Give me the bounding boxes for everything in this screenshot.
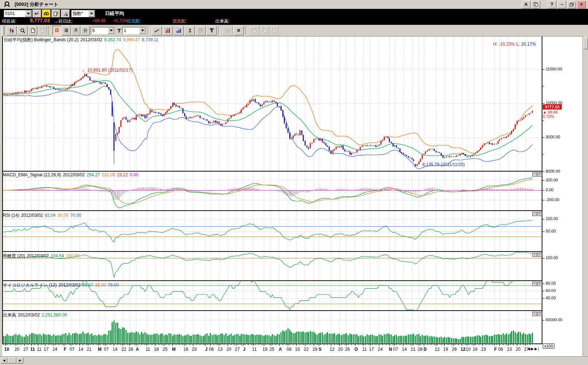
page-icon bbox=[272, 28, 276, 33]
vertical-scrollbar-thumb[interactable] bbox=[583, 38, 588, 49]
scrollbar-left-arrow[interactable]: ◀ bbox=[1, 357, 7, 364]
index-value: 指数* bbox=[71, 11, 88, 17]
help-button[interactable]: ? bbox=[548, 1, 556, 8]
copy-icon[interactable] bbox=[531, 1, 540, 8]
font-button[interactable]: A bbox=[522, 1, 530, 8]
period-day-button[interactable]: 日 bbox=[53, 26, 61, 35]
return-arrow-icon: ↵ bbox=[34, 10, 39, 17]
toolbar-grip[interactable] bbox=[1, 26, 4, 35]
rsi-panel-buttons: −□ bbox=[532, 212, 542, 216]
macd-panel-header: MACD_EMA_Signal (12,26,9)2012/03/02254.2… bbox=[3, 172, 140, 177]
low-percent: L: 20.17% bbox=[516, 42, 536, 47]
panel-restore-button[interactable]: □ bbox=[537, 212, 542, 216]
up-down-arrows-icon bbox=[187, 28, 192, 33]
high-percent: H: -10.23% bbox=[493, 42, 515, 47]
period-week-button[interactable]: 週 bbox=[62, 26, 71, 35]
panel-collapse-button[interactable]: − bbox=[532, 312, 537, 316]
binoculars-icon bbox=[44, 11, 49, 16]
chart-canvas[interactable] bbox=[0, 0, 588, 365]
zoom-button[interactable] bbox=[18, 26, 28, 35]
blue-histogram-icon bbox=[176, 28, 181, 33]
macd-title: MACD_EMA_Signal (12,26,9) bbox=[3, 172, 61, 177]
search-button[interactable] bbox=[42, 9, 51, 18]
peak-annotation: ← 10,891.60 (2011/02/17) bbox=[82, 68, 132, 73]
resize-grip[interactable] bbox=[582, 357, 588, 363]
scroll-end-button[interactable]: ▶| bbox=[534, 347, 539, 351]
period-minute-button[interactable]: 分 bbox=[81, 26, 90, 35]
macd-panel-buttons: −□ bbox=[532, 172, 542, 177]
trendline-button[interactable] bbox=[152, 26, 162, 35]
panel-collapse-button[interactable]: − bbox=[532, 282, 537, 286]
window-save-icon bbox=[252, 28, 257, 33]
export-button bbox=[260, 26, 269, 35]
volume-label: 出来高: bbox=[215, 18, 229, 24]
main-title: 日経平均(指数) Bollinger_Bands (20,2) bbox=[4, 37, 78, 42]
pencil-cross-icon bbox=[63, 11, 68, 16]
new-page-button[interactable] bbox=[28, 26, 37, 35]
page-icon bbox=[263, 28, 267, 33]
print-button bbox=[270, 26, 279, 35]
edit-button[interactable] bbox=[51, 9, 60, 18]
scrollbar-right-arrow[interactable]: ▶ bbox=[17, 357, 23, 364]
psycho-title: サイコロジカルライン (12) bbox=[3, 283, 57, 288]
indicator-blue-button[interactable] bbox=[174, 26, 184, 35]
scroll-right-button[interactable]: ▶ bbox=[531, 347, 535, 351]
close-button[interactable]: × bbox=[577, 1, 586, 8]
minimize-button[interactable]: − bbox=[557, 1, 566, 8]
window-left-border bbox=[0, 36, 2, 356]
red-histogram-icon bbox=[165, 28, 170, 33]
panel-restore-button[interactable]: □ bbox=[537, 282, 542, 286]
rsi-title: RSI (14) bbox=[3, 213, 19, 218]
bb-mid-value: 9,352.74 bbox=[104, 37, 121, 42]
panel-restore-button[interactable]: □ bbox=[537, 172, 542, 177]
page-icon bbox=[40, 28, 45, 33]
vertical-scrollbar[interactable] bbox=[583, 36, 588, 356]
candlestick-chart-button[interactable] bbox=[7, 26, 17, 35]
interval-value: 5 bbox=[91, 28, 108, 33]
panel-collapse-button[interactable]: − bbox=[532, 212, 537, 216]
chart-nav-buttons: ◀▶▶| bbox=[527, 347, 540, 351]
symbol-code-value: 0101 bbox=[4, 11, 25, 16]
panel-restore-button[interactable]: □ bbox=[537, 253, 542, 257]
horizontal-scrollbar-thumb[interactable] bbox=[8, 357, 16, 364]
panel-collapse-button[interactable]: − bbox=[532, 253, 537, 257]
draw-off-button[interactable] bbox=[61, 9, 70, 18]
index-dropdown-button[interactable] bbox=[88, 10, 94, 17]
callout-price: 9777.03 bbox=[543, 104, 562, 110]
page-icon bbox=[31, 28, 35, 33]
symbol-code-dropdown-button[interactable] bbox=[25, 10, 31, 17]
volume-value: 2,251,580.00 bbox=[42, 312, 67, 318]
bars-combobox[interactable]: 1 bbox=[122, 27, 146, 34]
main-panel-header: 日経平均(指数) Bollinger_Bands (20,2)2012/03/0… bbox=[4, 37, 160, 43]
candlestick-icon bbox=[9, 28, 14, 33]
index-combobox[interactable]: 指数* bbox=[71, 10, 95, 17]
symbol-code-combobox[interactable]: 0101 bbox=[4, 10, 32, 17]
delete-all-button[interactable]: ✕ bbox=[233, 26, 244, 35]
filter-button[interactable] bbox=[206, 26, 217, 35]
volume-title: 出来高 bbox=[3, 312, 16, 318]
restore-button[interactable] bbox=[567, 1, 576, 8]
chevron-down-icon bbox=[110, 30, 113, 31]
enter-button[interactable]: ↵ bbox=[32, 9, 41, 18]
psycho-panel-header: サイコロジカルライン (12)2012/03/0266.6725.0075.00 bbox=[3, 282, 121, 288]
updown-button[interactable] bbox=[185, 26, 195, 35]
trendline-icon bbox=[154, 28, 159, 33]
panel-collapse-button[interactable]: − bbox=[532, 172, 537, 177]
change-value: +69.66 bbox=[92, 18, 106, 23]
period-month-button[interactable]: 月 bbox=[71, 26, 80, 35]
ask-label: 売気配: bbox=[127, 18, 141, 24]
interval-dropdown-button[interactable] bbox=[108, 27, 114, 34]
change-label: →前日比: bbox=[54, 18, 73, 24]
save-layout-button bbox=[249, 26, 260, 35]
panel-restore-button[interactable]: □ bbox=[537, 312, 542, 316]
t-label: T bbox=[117, 27, 121, 34]
grid-button[interactable] bbox=[196, 26, 206, 35]
interval-combobox[interactable]: 5 bbox=[91, 27, 115, 34]
callout-change: 69.66 bbox=[548, 110, 558, 114]
volume-panel-buttons: −□ bbox=[532, 312, 542, 316]
indicator-red-button[interactable] bbox=[163, 26, 173, 35]
scroll-left-button[interactable]: ◀ bbox=[527, 347, 531, 351]
bid-label: 買気配: bbox=[173, 18, 187, 24]
bars-dropdown-button[interactable] bbox=[139, 27, 146, 34]
horizontal-scrollbar[interactable]: ◀ ▶ bbox=[1, 357, 23, 364]
